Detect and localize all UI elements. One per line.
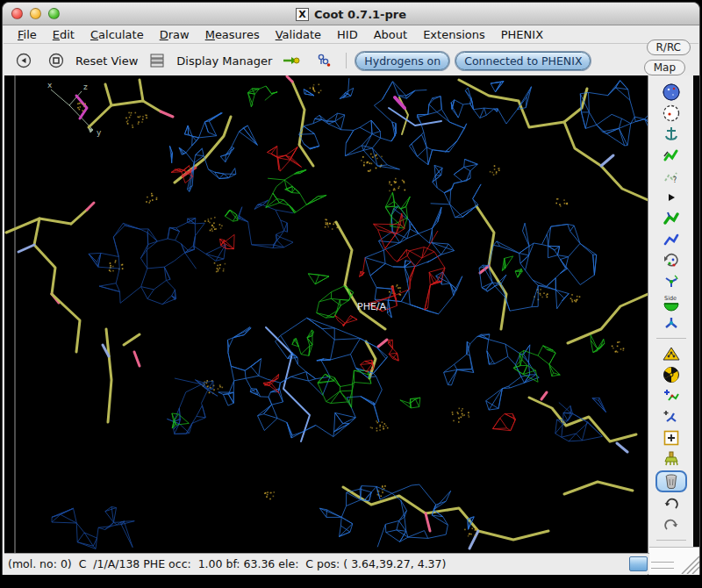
redo-icon[interactable] bbox=[658, 516, 684, 534]
modelling-toolbar: ?Side bbox=[648, 75, 693, 575]
scrollbar-thumb[interactable] bbox=[629, 556, 648, 571]
side-chain-flip-icon[interactable]: Side bbox=[658, 293, 684, 312]
anchor-icon[interactable] bbox=[658, 125, 684, 143]
clear-atom-icon[interactable] bbox=[658, 449, 684, 468]
sphere-refine-icon[interactable] bbox=[658, 82, 684, 101]
toolbar-separator bbox=[346, 53, 347, 68]
status-bar: (mol. no: 0) C /1/A/138 PHE occ: 1.00 bf… bbox=[4, 553, 649, 574]
real-space-refine-icon[interactable] bbox=[658, 146, 684, 164]
recenter-target-icon[interactable] bbox=[658, 104, 684, 122]
rigid-body-fit-icon[interactable] bbox=[658, 230, 684, 248]
right-edge-strip bbox=[693, 75, 700, 575]
density-mesh bbox=[52, 78, 649, 549]
menu-about[interactable]: About bbox=[367, 27, 414, 42]
add-terminal-residue-icon[interactable] bbox=[658, 386, 684, 405]
jiggle-fit-icon[interactable] bbox=[658, 314, 684, 333]
panel-divider-lines bbox=[651, 562, 674, 569]
svg-text:y: y bbox=[97, 128, 102, 137]
title-bar[interactable]: X Coot 0.7.1-pre bbox=[3, 3, 699, 25]
undo-icon[interactable] bbox=[658, 495, 684, 513]
back-view-icon[interactable] bbox=[11, 52, 37, 70]
close-button[interactable] bbox=[11, 8, 23, 19]
auto-fit-rotamer-icon[interactable] bbox=[658, 251, 684, 269]
residue-label: PHE/A bbox=[357, 301, 387, 312]
menu-calculate[interactable]: Calculate bbox=[83, 27, 151, 42]
pepflip-icon[interactable] bbox=[658, 344, 684, 362]
map-button[interactable]: Map bbox=[644, 60, 685, 75]
place-atom-icon[interactable] bbox=[658, 428, 684, 447]
hydrogens-toggle-button[interactable]: Hydrogens on bbox=[355, 52, 449, 70]
menu-edit[interactable]: Edit bbox=[46, 27, 82, 42]
toolbar: Reset View Display Manager Hydrogens on … bbox=[4, 44, 698, 77]
menu-phenix[interactable]: PHENIX bbox=[494, 27, 550, 42]
mutate-residue-icon[interactable] bbox=[658, 365, 684, 384]
zoom-button[interactable] bbox=[48, 8, 60, 19]
rrc-button[interactable]: R/RC bbox=[647, 39, 691, 55]
svg-text:Side: Side bbox=[664, 295, 677, 302]
minimize-button[interactable] bbox=[30, 8, 41, 19]
svg-text:z: z bbox=[83, 82, 88, 91]
display-manager-button[interactable]: Display Manager bbox=[176, 54, 272, 68]
window-title: Coot 0.7.1-pre bbox=[314, 8, 406, 21]
phenix-connection-button[interactable]: Connected to PHENIX bbox=[455, 52, 591, 70]
toolbar-group-separator bbox=[656, 540, 686, 541]
svg-text:?: ? bbox=[673, 176, 677, 184]
status-text: (mol. no: 0) C /1/A/138 PHE occ: 1.00 bf… bbox=[8, 557, 629, 570]
molecule-chooser-icon[interactable] bbox=[311, 52, 337, 70]
rotate-translate-zone-icon[interactable] bbox=[658, 209, 684, 227]
add-alt-conf-icon[interactable] bbox=[658, 407, 684, 426]
delete-item-icon[interactable] bbox=[655, 470, 687, 492]
reset-view-button[interactable]: Reset View bbox=[75, 54, 138, 68]
menu-hid[interactable]: HID bbox=[330, 27, 365, 42]
resize-grip[interactable] bbox=[678, 553, 699, 574]
x11-icon: X bbox=[296, 8, 309, 21]
svg-text:x: x bbox=[47, 81, 53, 90]
axes-indicator: xyz bbox=[47, 81, 102, 137]
protein-sticks bbox=[6, 76, 649, 549]
menu-validate[interactable]: Validate bbox=[269, 27, 328, 42]
density-dots bbox=[77, 84, 624, 537]
resize-corner bbox=[649, 547, 700, 575]
menu-extensions[interactable]: Extensions bbox=[416, 27, 492, 42]
menu-file[interactable]: File bbox=[11, 27, 44, 42]
gl-canvas[interactable]: xyzPHE/A bbox=[4, 75, 649, 553]
menu-measures[interactable]: Measures bbox=[198, 27, 267, 42]
coot-window: X Coot 0.7.1-pre FileEditCalculateDrawMe… bbox=[2, 2, 700, 575]
display-manager-icon[interactable] bbox=[144, 52, 170, 70]
stop-view-icon[interactable] bbox=[43, 52, 69, 70]
traffic-lights bbox=[11, 8, 60, 19]
toolbar-group-separator bbox=[656, 338, 686, 339]
menu-draw[interactable]: Draw bbox=[153, 27, 197, 42]
go-to-atom-icon[interactable] bbox=[278, 52, 304, 70]
edit-chi-angles-icon[interactable] bbox=[658, 272, 684, 290]
regularize-zone-icon[interactable]: ? bbox=[658, 167, 684, 185]
expand-tools-icon[interactable] bbox=[658, 188, 684, 206]
menu-bar: FileEditCalculateDrawMeasuresValidateHID… bbox=[4, 25, 698, 44]
